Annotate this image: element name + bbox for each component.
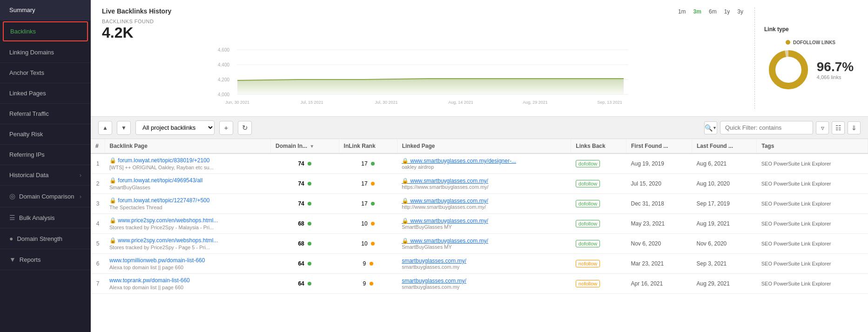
sidebar-item-domain-strength[interactable]: ● Domain Strength [0, 228, 91, 249]
inlink-dot [371, 182, 375, 186]
row-tags: SEO PowerSuite Link Explorer [757, 153, 868, 174]
row-num: 5 [91, 234, 105, 254]
links-back-badge[interactable]: dofollow [576, 220, 600, 227]
row-num: 7 [91, 274, 105, 294]
add-filter-button[interactable]: + [219, 121, 233, 135]
linked-link[interactable]: 🔒 www.smartbuyglasses.com.my/ [402, 218, 488, 224]
links-back-badge[interactable]: dofollow [576, 180, 600, 187]
svg-text:4,600: 4,600 [218, 47, 229, 53]
col-inlink-rank[interactable]: InLink Rank [339, 139, 397, 153]
links-back-badge[interactable]: dofollow [576, 160, 600, 167]
sidebar-item-penalty-risk[interactable]: Penalty Risk [0, 124, 91, 145]
links-back-badge[interactable]: nofollow [576, 280, 600, 287]
sidebar-item-bulk-analysis[interactable]: ☰ Bulk Analysis [0, 207, 91, 228]
col-last-found[interactable]: Last Found ... [692, 139, 757, 153]
row-inlink-rank: 9 [339, 274, 397, 294]
backlink-sub: Alexa top domain list || page 660 [109, 265, 266, 270]
reports-icon: ▼ [9, 256, 16, 263]
chart-header: Live Backlinks History 1m 3m 6m 1y 3y [102, 7, 745, 15]
main-content: Live Backlinks History 1m 3m 6m 1y 3y BA… [91, 0, 868, 332]
row-domain-influence: 68 [270, 234, 339, 254]
svg-point-16 [772, 53, 805, 86]
backlink-link[interactable]: 🔒 forum.lowyat.net/topic/4969543/all [109, 177, 202, 184]
table-row: 7 www.toprank.pw/domain-list-660 Alexa t… [91, 274, 868, 294]
backlink-sub: Stores tracked by Price2Spy - Malaysia -… [109, 225, 266, 230]
inlink-dot [370, 262, 373, 266]
inlink-value: 17 [361, 180, 367, 187]
sidebar-item-historical-data[interactable]: Historical Data › [0, 165, 91, 186]
linked-link[interactable]: 🔒 www.smartbuyglasses.com.my/ [402, 198, 488, 204]
row-domain-influence: 74 [270, 153, 339, 174]
linked-link[interactable]: 🔒 www.smartbuyglasses.com.my/ [402, 238, 488, 244]
links-back-badge[interactable]: nofollow [576, 260, 600, 267]
bulk-analysis-icon: ☰ [9, 214, 15, 221]
backlink-link[interactable]: 🔒 forum.lowyat.net/topic/838019/+2100 [109, 157, 209, 164]
row-num: 2 [91, 174, 105, 194]
domain-dot [308, 182, 311, 186]
svg-text:Jun, 30 2021: Jun, 30 2021 [225, 100, 249, 105]
sort-up-button[interactable]: ▲ [98, 121, 112, 135]
time-btn-6m[interactable]: 6m [707, 7, 719, 16]
col-first-found[interactable]: First Found ... [626, 139, 692, 153]
quick-filter-input[interactable] [720, 121, 813, 134]
time-btn-3y[interactable]: 3y [735, 7, 745, 16]
row-backlink-page: www.toprank.pw/domain-list-660 Alexa top… [105, 274, 270, 294]
col-tags[interactable]: Tags [757, 139, 868, 153]
sidebar-item-anchor-texts[interactable]: Anchor Texts [0, 63, 91, 83]
time-btn-3m[interactable]: 3m [692, 7, 703, 16]
svg-text:Jul, 15 2021: Jul, 15 2021 [300, 100, 323, 105]
inlink-dot [371, 202, 375, 206]
svg-text:Sep, 13 2021: Sep, 13 2021 [597, 100, 622, 105]
grid-view-button[interactable]: ☷ [832, 121, 845, 134]
download-button[interactable]: ⇓ [848, 121, 861, 134]
chart-title: Live Backlinks History [102, 7, 745, 15]
backlink-link[interactable]: 🔒 www.price2spy.com/en/webshops.html... [109, 237, 218, 244]
donut-area: Link type DOFOLLOW LINKS 96.7% 4,066 lin… [754, 7, 857, 109]
sidebar-item-summary[interactable]: Summary [0, 0, 91, 20]
backlink-link[interactable]: 🔒 www.price2spy.com/en/webshops.html... [109, 217, 218, 224]
table-row: 3 🔒 forum.lowyat.net/topic/1227487/+500 … [91, 194, 868, 214]
col-linked-page[interactable]: Linked Page [397, 139, 571, 153]
time-btn-1y[interactable]: 1y [722, 7, 732, 16]
filter-dropdown[interactable]: All project backlinks New backlinks Lost… [135, 120, 215, 135]
row-inlink-rank: 17 [339, 174, 397, 194]
backlinks-table: # Backlink Page Domain In... ▼ InLink Ra… [91, 139, 868, 294]
donut-chart [767, 49, 809, 91]
backlink-link[interactable]: www.toprank.pw/domain-list-660 [109, 277, 190, 284]
inlink-value: 17 [361, 200, 367, 207]
sidebar-item-referral-traffic[interactable]: Referral Traffic [0, 104, 91, 124]
linked-link[interactable]: smartbuyglasses.com.my/ [402, 278, 466, 284]
search-dropdown-button[interactable]: 🔍 ▼ [704, 121, 717, 134]
sidebar-item-backlinks[interactable]: Backlinks [3, 21, 88, 41]
linked-link[interactable]: smartbuyglasses.com.my/ [402, 258, 466, 264]
filter-icon-button[interactable]: ▿ [816, 121, 829, 134]
sidebar-item-linked-pages[interactable]: Linked Pages [0, 83, 91, 104]
chart-left: Live Backlinks History 1m 3m 6m 1y 3y BA… [102, 7, 745, 109]
backlink-link[interactable]: www.topmillionweb.pw/domain-list-660 [109, 257, 205, 264]
row-linked-page: 🔒 www.smartbuyglasses.com.my/ SmartBuyGl… [397, 214, 571, 234]
sidebar-item-reports[interactable]: ▼ Reports [0, 249, 91, 270]
sidebar-item-domain-comparison[interactable]: ◎ Domain Comparison › [0, 186, 91, 207]
backlink-sub: [WTS] ++ ORIGINAL Oakley, Rayban etc su.… [109, 165, 266, 170]
refresh-button[interactable]: ↻ [238, 121, 252, 135]
col-backlink-page[interactable]: Backlink Page [105, 139, 270, 153]
row-num: 4 [91, 214, 105, 234]
sidebar-item-linking-domains[interactable]: Linking Domains [0, 42, 91, 63]
row-domain-influence: 74 [270, 194, 339, 214]
row-inlink-rank: 17 [339, 153, 397, 174]
links-back-badge[interactable]: dofollow [576, 200, 600, 207]
download-icon: ⇓ [851, 124, 857, 132]
col-domain-influence[interactable]: Domain In... ▼ [270, 139, 339, 153]
col-links-back[interactable]: Links Back [571, 139, 626, 153]
dofollow-legend-label: DOFOLLOW LINKS [793, 40, 835, 45]
sort-down-button[interactable]: ▼ [117, 121, 131, 135]
linked-link[interactable]: 🔒 www.smartbuyglasses.com.my/designer-..… [402, 158, 516, 164]
domain-value: 64 [298, 260, 304, 267]
linked-link[interactable]: 🔒 www.smartbuyglasses.com.my/ [402, 178, 488, 184]
backlink-link[interactable]: 🔒 forum.lowyat.net/topic/1227487/+500 [109, 197, 209, 204]
links-back-badge[interactable]: dofollow [576, 240, 600, 247]
donut-wrapper: 96.7% 4,066 links [767, 49, 854, 91]
table-row: 6 www.topmillionweb.pw/domain-list-660 A… [91, 254, 868, 274]
time-btn-1m[interactable]: 1m [676, 7, 688, 16]
sidebar-item-referring-ips[interactable]: Referring IPs [0, 145, 91, 165]
